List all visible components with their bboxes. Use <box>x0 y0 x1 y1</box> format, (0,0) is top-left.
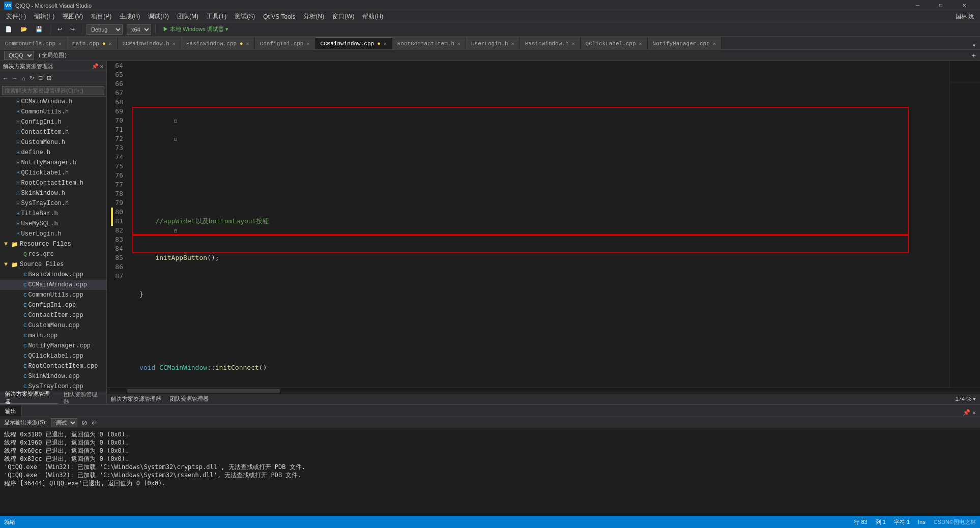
tab-BasicWindowH[interactable]: BasicWindow.h ✕ <box>520 37 581 49</box>
sidebar-collapse-btn[interactable]: ⊟ <box>37 75 44 81</box>
sidebar-expand-btn[interactable]: ⊞ <box>45 75 53 81</box>
tree-item-TitleBarH[interactable]: H TitleBar.h <box>0 209 106 219</box>
tree-item-SkinWindowCpp[interactable]: C SkinWindow.cpp <box>0 371 106 382</box>
close-button[interactable]: ✕ <box>953 0 976 11</box>
tab-close-icon[interactable]: ✕ <box>306 41 309 47</box>
tree-item-SkinWindowH[interactable]: H SkinWindow.h <box>0 188 106 198</box>
menu-view[interactable]: 视图(V) <box>59 11 87 22</box>
tab-UserLogin[interactable]: UserLogin.h ✕ <box>466 37 520 49</box>
tab-NotifyManager[interactable]: NotifyManager.cpp ✕ <box>648 37 722 49</box>
output-clear-btn[interactable]: ⊘ <box>81 419 88 427</box>
tree-item-ContactItemH[interactable]: H ContactItem.h <box>0 127 106 137</box>
tab-CommonUtils[interactable]: CommonUtils.cpp ✕ <box>0 37 67 49</box>
tab-RootContactItem[interactable]: RootContactItem.h ✕ <box>392 37 466 49</box>
tree-item-CustomMenuH[interactable]: H CustomMenu.h <box>0 137 106 148</box>
horizontal-scrollbar[interactable] <box>107 388 980 394</box>
menu-qtvs[interactable]: Qt VS Tools <box>259 11 299 22</box>
status-ready[interactable]: 就绪 <box>4 518 15 526</box>
tree-item-CustomMenuCpp[interactable]: C CustomMenu.cpp <box>0 320 106 331</box>
tree-item-mainCpp[interactable]: C main.cpp <box>0 331 106 341</box>
toolbar-new[interactable]: 📄 <box>2 25 15 34</box>
tree-item-CCMainWindowH[interactable]: H CCMainWindow.h <box>0 97 106 107</box>
menu-tools[interactable]: 工具(T) <box>203 11 230 22</box>
status-col[interactable]: 列 1 <box>876 518 886 526</box>
zoom-level[interactable]: 174 % ▾ <box>956 396 976 402</box>
tree-item-ConfigIniH[interactable]: H ConfigIni.h <box>0 117 106 127</box>
tree-item-resource-files[interactable]: ▼ 📁 Resource Files <box>0 239 106 249</box>
output-source-select[interactable]: 调试 <box>51 418 77 427</box>
menu-test[interactable]: 测试(S) <box>230 11 259 22</box>
collapse-71[interactable]: ⊟ <box>126 125 177 153</box>
tree-item-ContactItemCpp[interactable]: C ContactItem.cpp <box>0 310 106 320</box>
tab-close-icon[interactable]: ✕ <box>172 41 176 47</box>
bottom-panel-pin[interactable]: 📌 <box>963 409 970 417</box>
bottom-tab-output[interactable]: 输出 <box>0 405 22 417</box>
status-char[interactable]: 字符 1 <box>894 518 910 526</box>
toolbar-undo[interactable]: ↩ <box>54 25 65 34</box>
code-content[interactable]: ⊟ ⊟ ⊟ //appWidet以及bottomLayout按钮 <box>127 61 949 388</box>
add-btn[interactable]: + <box>972 51 976 60</box>
tree-item-ConfigIniCpp[interactable]: C ConfigIni.cpp <box>0 300 106 310</box>
sidebar-home-btn[interactable]: ⌂ <box>20 75 27 81</box>
tab-close-icon[interactable]: ✕ <box>108 41 111 47</box>
collapse-icon-69[interactable]: ⊟ <box>174 118 177 124</box>
tab-close-icon[interactable]: ✕ <box>572 41 575 47</box>
menu-help[interactable]: 帮助(H) <box>358 11 387 22</box>
tree-item-CommonUtilsH[interactable]: H CommonUtils.h <box>0 107 106 117</box>
tab-BasicWindow[interactable]: BasicWindow.cpp ● ✕ <box>181 37 255 49</box>
tab-close-icon[interactable]: ✕ <box>59 41 62 47</box>
maximize-button[interactable]: □ <box>929 0 953 11</box>
tab-ConfigIni[interactable]: ConfigIni.cpp ✕ <box>255 37 315 49</box>
menu-team[interactable]: 团队(M) <box>173 11 203 22</box>
tree-item-defineH[interactable]: H define.h <box>0 148 106 158</box>
tab-close-icon[interactable]: ✕ <box>246 41 249 47</box>
menu-analyze[interactable]: 分析(N) <box>299 11 328 22</box>
sidebar-close-icon[interactable]: ✕ <box>100 63 103 70</box>
sidebar-tab-team[interactable]: 团队资源管理器 <box>59 392 106 404</box>
code-container[interactable]: 64 65 66 67 68 69 70 71 72 73 74 75 76 7… <box>107 61 980 388</box>
tree-item-RootContactItemCpp[interactable]: C RootContactItem.cpp <box>0 361 106 371</box>
tree-item-UserLoginH[interactable]: H UserLogin.h <box>0 229 106 239</box>
h-scroll-thumb[interactable] <box>127 389 280 393</box>
tree-item-NotifyManagerCpp[interactable]: C NotifyManager.cpp <box>0 341 106 351</box>
tree-item-RootContactItemH[interactable]: H RootContactItem.h <box>0 178 106 188</box>
tab-close-icon[interactable]: ✕ <box>639 41 642 47</box>
tab-close-icon[interactable]: ✕ <box>511 41 514 47</box>
sidebar-refresh-btn[interactable]: ↻ <box>28 75 36 81</box>
toolbar-redo[interactable]: ↪ <box>67 25 78 34</box>
menu-project[interactable]: 项目(P) <box>87 11 116 22</box>
status-ins[interactable]: Ins <box>918 519 926 525</box>
tree-item-UseMySQLH[interactable]: H UseMySQL.h <box>0 219 106 229</box>
collapse-icon-84[interactable]: ⊟ <box>174 228 177 233</box>
collapse-icon-71[interactable]: ⊟ <box>174 136 177 142</box>
toolbar-save[interactable]: 💾 <box>33 25 46 34</box>
sidebar-back-btn[interactable]: ← <box>1 75 10 81</box>
tree-item-BasicWindowCpp[interactable]: C BasicWindow.cpp <box>0 270 106 280</box>
tree-item-NotifyManagerH[interactable]: H NotifyManager.h <box>0 158 106 168</box>
tab-close-icon[interactable]: ✕ <box>384 41 387 47</box>
config-dropdown[interactable]: Debug Release <box>87 24 123 35</box>
tab-close-icon[interactable]: ✕ <box>457 41 460 47</box>
sidebar-forward-btn[interactable]: → <box>11 75 19 81</box>
tree-item-QClickLabelH[interactable]: H QClickLabel.h <box>0 168 106 178</box>
output-toggle-word-wrap[interactable]: ↵ <box>92 419 98 427</box>
tree-item-SysTrayIconH[interactable]: H SysTrayIcon.h <box>0 198 106 209</box>
sidebar-pin-icon[interactable]: 📌 <box>92 63 99 70</box>
tab-overflow[interactable]: ▾ <box>972 42 980 49</box>
menu-build[interactable]: 生成(B) <box>116 11 144 22</box>
platform-dropdown[interactable]: x64 x86 <box>127 24 151 35</box>
tab-main[interactable]: main.cpp ● ✕ <box>67 37 117 49</box>
tree-item-res-qrc[interactable]: Q res.qrc <box>0 249 106 259</box>
status-row[interactable]: 行 83 <box>854 518 867 526</box>
project-selector[interactable]: QtQQ <box>4 51 34 60</box>
tab-CCMainWindowCpp[interactable]: CCMainWindow.cpp ● ✕ <box>315 37 392 49</box>
tree-item-CCMainWindowCpp[interactable]: C CCMainWindow.cpp <box>0 280 106 290</box>
menu-window[interactable]: 窗口(W) <box>328 11 358 22</box>
menu-edit[interactable]: 编辑(E) <box>30 11 59 22</box>
tree-item-source-files[interactable]: ▼ 📁 Source Files <box>0 259 106 270</box>
tree-item-CommonUtilsCpp[interactable]: C CommonUtils.cpp <box>0 290 106 300</box>
menu-file[interactable]: 文件(F) <box>2 11 30 22</box>
tab-CCMainWindowH[interactable]: CCMainWindow.h ✕ <box>118 37 181 49</box>
tab-QClickLabel[interactable]: QClickLabel.cpp ✕ <box>581 37 648 49</box>
bottom-panel-close[interactable]: ✕ <box>972 409 976 417</box>
